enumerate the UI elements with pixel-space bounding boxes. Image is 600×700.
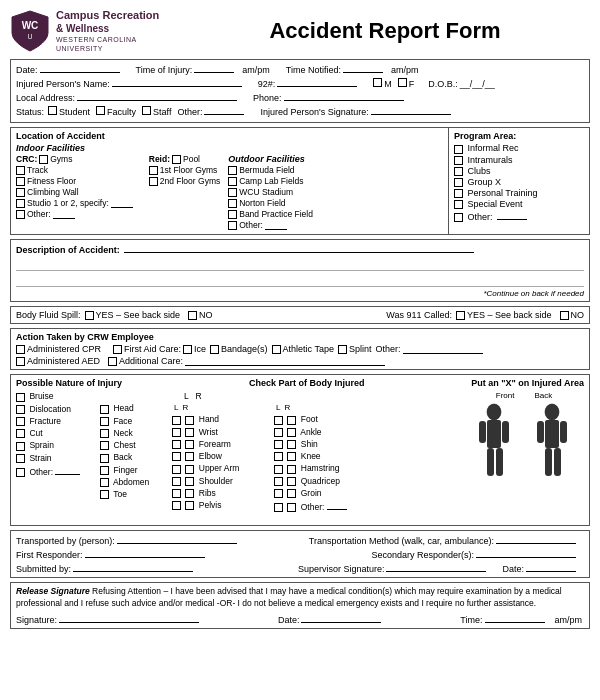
other-body-l-checkbox[interactable] xyxy=(274,503,283,512)
shin-r-checkbox[interactable] xyxy=(287,440,296,449)
other-aid-field[interactable] xyxy=(403,344,483,354)
informal-checkbox[interactable] xyxy=(454,145,463,154)
other-indoor-field[interactable] xyxy=(53,209,75,219)
quad-l-checkbox[interactable] xyxy=(274,477,283,486)
hand-r-checkbox[interactable] xyxy=(185,416,194,425)
time-notified-field[interactable] xyxy=(343,63,383,73)
clubs-checkbox[interactable] xyxy=(454,167,463,176)
cpr-checkbox[interactable] xyxy=(16,345,25,354)
other-status-field[interactable] xyxy=(204,105,244,115)
ribs-l-checkbox[interactable] xyxy=(172,489,181,498)
male-checkbox[interactable] xyxy=(373,78,382,87)
address-field[interactable] xyxy=(77,91,237,101)
knee-r-checkbox[interactable] xyxy=(287,452,296,461)
studio-field[interactable] xyxy=(111,198,133,208)
head-checkbox[interactable] xyxy=(100,405,109,414)
id-field[interactable] xyxy=(277,77,357,87)
staff-checkbox[interactable] xyxy=(142,106,151,115)
back-checkbox[interactable] xyxy=(100,454,109,463)
ankle-r-checkbox[interactable] xyxy=(287,428,296,437)
transport-person-field[interactable] xyxy=(117,534,237,544)
groupx-checkbox[interactable] xyxy=(454,178,463,187)
shoulder-r-checkbox[interactable] xyxy=(185,477,194,486)
other-body-r-checkbox[interactable] xyxy=(287,503,296,512)
hamstring-r-checkbox[interactable] xyxy=(287,465,296,474)
athletic-checkbox[interactable] xyxy=(272,345,281,354)
foot-l-checkbox[interactable] xyxy=(274,416,283,425)
norton-checkbox[interactable] xyxy=(228,199,237,208)
special-checkbox[interactable] xyxy=(454,200,463,209)
face-checkbox[interactable] xyxy=(100,417,109,426)
date3-field[interactable] xyxy=(301,613,381,623)
shin-l-checkbox[interactable] xyxy=(274,440,283,449)
other-nature-field[interactable] xyxy=(55,465,80,475)
neck-checkbox[interactable] xyxy=(100,429,109,438)
elbow-l-checkbox[interactable] xyxy=(172,452,181,461)
desc-field-1[interactable] xyxy=(124,243,474,253)
floor1-checkbox[interactable] xyxy=(149,166,158,175)
ice-checkbox[interactable] xyxy=(183,345,192,354)
groin-r-checkbox[interactable] xyxy=(287,489,296,498)
ankle-l-checkbox[interactable] xyxy=(274,428,283,437)
bandage-checkbox[interactable] xyxy=(210,345,219,354)
pelvis-r-checkbox[interactable] xyxy=(185,501,194,510)
forearm-r-checkbox[interactable] xyxy=(185,440,194,449)
fluid-yes-checkbox[interactable] xyxy=(85,311,94,320)
sig-field[interactable] xyxy=(59,613,199,623)
aed-checkbox[interactable] xyxy=(16,357,25,366)
personal-checkbox[interactable] xyxy=(454,189,463,198)
hand-l-checkbox[interactable] xyxy=(172,416,181,425)
groin-l-checkbox[interactable] xyxy=(274,489,283,498)
female-checkbox[interactable] xyxy=(398,78,407,87)
hamstring-l-checkbox[interactable] xyxy=(274,465,283,474)
other-program-checkbox[interactable] xyxy=(454,213,463,222)
climbing-checkbox[interactable] xyxy=(16,188,25,197)
shoulder-l-checkbox[interactable] xyxy=(172,477,181,486)
name-field[interactable] xyxy=(112,77,242,87)
bermuda-checkbox[interactable] xyxy=(228,166,237,175)
additional-checkbox[interactable] xyxy=(108,357,117,366)
elbow-r-checkbox[interactable] xyxy=(185,452,194,461)
time-injury-field[interactable] xyxy=(194,63,234,73)
dislocation-checkbox[interactable] xyxy=(16,405,25,414)
fluid-no-checkbox[interactable] xyxy=(188,311,197,320)
phone-field[interactable] xyxy=(284,91,404,101)
cut-checkbox[interactable] xyxy=(16,429,25,438)
forearm-l-checkbox[interactable] xyxy=(172,440,181,449)
desc-line-3[interactable] xyxy=(16,273,584,287)
upperarm-l-checkbox[interactable] xyxy=(172,465,181,474)
date-field[interactable] xyxy=(40,63,120,73)
finger-checkbox[interactable] xyxy=(100,466,109,475)
floor2-checkbox[interactable] xyxy=(149,177,158,186)
signature-field[interactable] xyxy=(371,105,451,115)
intramurals-checkbox[interactable] xyxy=(454,156,463,165)
toe-checkbox[interactable] xyxy=(100,490,109,499)
track-checkbox[interactable] xyxy=(16,166,25,175)
band-checkbox[interactable] xyxy=(228,210,237,219)
studio-checkbox[interactable] xyxy=(16,199,25,208)
upperarm-r-checkbox[interactable] xyxy=(185,465,194,474)
pool-checkbox[interactable] xyxy=(172,155,181,164)
bruise-checkbox[interactable] xyxy=(16,393,25,402)
wcu-checkbox[interactable] xyxy=(228,188,237,197)
pelvis-l-checkbox[interactable] xyxy=(172,501,181,510)
ribs-r-checkbox[interactable] xyxy=(185,489,194,498)
other-outdoor-field[interactable] xyxy=(265,220,287,230)
quad-r-checkbox[interactable] xyxy=(287,477,296,486)
other-nature-checkbox[interactable] xyxy=(16,468,25,477)
strain-checkbox[interactable] xyxy=(16,454,25,463)
other-outdoor-checkbox[interactable] xyxy=(228,221,237,230)
chest-checkbox[interactable] xyxy=(100,441,109,450)
knee-l-checkbox[interactable] xyxy=(274,452,283,461)
other-body-field[interactable] xyxy=(327,500,347,510)
wrist-l-checkbox[interactable] xyxy=(172,428,181,437)
called-no-checkbox[interactable] xyxy=(560,311,569,320)
abdomen-checkbox[interactable] xyxy=(100,478,109,487)
time3-field[interactable] xyxy=(485,613,545,623)
other-indoor-checkbox[interactable] xyxy=(16,210,25,219)
transport-method-field[interactable] xyxy=(496,534,576,544)
additional-field[interactable] xyxy=(185,356,385,366)
fitness-checkbox[interactable] xyxy=(16,177,25,186)
secondary-field[interactable] xyxy=(476,548,576,558)
faculty-checkbox[interactable] xyxy=(96,106,105,115)
